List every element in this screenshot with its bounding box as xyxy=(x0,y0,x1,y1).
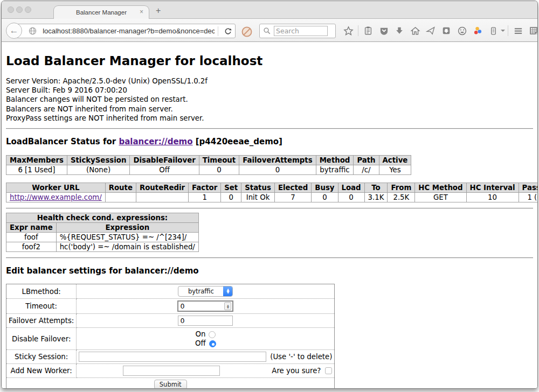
add-worker-input[interactable] xyxy=(123,366,220,376)
table-title-row: Health check cond. expressions: xyxy=(6,213,199,223)
table-row: http://www.example.com/ 1 0 Init Ok 7 0 … xyxy=(6,193,538,202)
cell-expression: hc('body') =~ /domain is established/ xyxy=(56,242,198,252)
col-routeredir: RouteRedir xyxy=(136,183,188,193)
divider xyxy=(6,128,533,129)
failover-attempts-input[interactable] xyxy=(178,316,233,326)
table-header-row: Expr name Expression xyxy=(6,223,199,233)
col-busy: Busy xyxy=(312,183,338,193)
device-battery-icon[interactable] xyxy=(486,24,500,38)
col-stickysession: StickySession xyxy=(67,156,129,165)
col-active: Active xyxy=(379,156,411,165)
smiley-feedback-icon[interactable] xyxy=(455,24,469,38)
navigation-toolbar: ← localhost:8880/balancer-manager?b=demo… xyxy=(2,18,537,42)
timeout-input[interactable] xyxy=(178,302,224,311)
table-row: foof2 hc('body') =~ /domain is establish… xyxy=(6,242,199,252)
new-tab-button[interactable]: + xyxy=(156,6,161,16)
note-inherit-proxypass: ProxyPass settings are NOT inherited fro… xyxy=(6,114,533,123)
bookmarks-clipboard-icon[interactable] xyxy=(361,24,375,38)
cell-factor: 1 xyxy=(189,193,221,202)
adblock-icon[interactable] xyxy=(240,25,254,39)
reload-icon[interactable] xyxy=(222,24,235,38)
col-factor: Factor xyxy=(189,183,221,193)
url-text[interactable]: localhost:8880/balancer-manager?b=demo&n… xyxy=(43,27,215,35)
tab-balancer-manager[interactable]: Balancer Manager × xyxy=(53,5,149,19)
search-icon xyxy=(260,24,274,38)
send-plane-icon[interactable] xyxy=(424,24,438,38)
cell-stickysession: (None) xyxy=(67,165,129,175)
cell-passes: 1 (0) xyxy=(519,193,537,202)
cell-timeout: 0 xyxy=(199,165,239,175)
col-worker-url: Worker URL xyxy=(6,183,106,193)
color-dots-icon[interactable] xyxy=(471,24,485,38)
col-timeout: Timeout xyxy=(199,156,239,165)
cell-expr-name: foof xyxy=(6,233,57,242)
toolbar-separator xyxy=(508,25,508,36)
page-title: Load Balancer Manager for localhost xyxy=(6,53,533,69)
are-you-sure-checkbox[interactable] xyxy=(325,367,332,374)
search-input[interactable] xyxy=(274,26,328,36)
table-row: foof %{REQUEST_STATUS} =~ /^[234]/ xyxy=(6,233,199,242)
cell-worker-url: http://www.example.com/ xyxy=(6,193,106,202)
bookmark-star-icon[interactable] xyxy=(341,24,355,38)
sticky-session-input[interactable] xyxy=(79,352,266,362)
off-radio[interactable] xyxy=(209,340,216,347)
note-inherit-balancers: Balancers are NOT inherited from main se… xyxy=(6,104,533,114)
cell-expr-name: foof2 xyxy=(6,242,57,252)
browser-window: Balancer Manager × + ← localhost:8880/ba… xyxy=(1,1,538,389)
failover-attempts-label: Failover Attempts: xyxy=(6,314,77,328)
cell-disablefailover: Off xyxy=(130,165,199,175)
zoom-window-button[interactable] xyxy=(25,6,31,13)
extension-grid-icon[interactable] xyxy=(527,24,538,38)
status-heading-prefix: LoadBalancer Status for xyxy=(6,137,119,146)
home-icon[interactable] xyxy=(408,24,422,38)
disable-failover-label: Disable Failover: xyxy=(6,328,77,350)
form-row-lbmethod: LBmethod: bytraffic ▲▼ xyxy=(6,284,335,299)
form-row-disable-failover: Disable Failover: On Off xyxy=(6,328,335,350)
balancer-demo-link[interactable]: balancer://demo xyxy=(119,137,192,146)
back-button[interactable]: ← xyxy=(6,23,22,39)
number-stepper-icon[interactable]: ▲▼ xyxy=(224,302,231,310)
urlbar-separator xyxy=(218,26,218,36)
on-radio[interactable] xyxy=(209,331,216,338)
cell-set: 0 xyxy=(221,193,241,202)
cell-hc-interval: 10 xyxy=(466,193,519,202)
col-failoverattempts: FailoverAttempts xyxy=(239,156,316,165)
close-window-button[interactable] xyxy=(8,6,14,13)
form-row-submit: Submit xyxy=(6,378,335,389)
worker-url-link[interactable]: http://www.example.com/ xyxy=(10,193,102,201)
cell-failoverattempts: 0 xyxy=(239,165,316,175)
cell-routeredir xyxy=(136,193,188,202)
worker-status-table: Worker URL Route RouteRedir Factor Set S… xyxy=(6,183,537,202)
download-icon[interactable] xyxy=(392,24,406,38)
on-label: On xyxy=(195,330,205,338)
cell-busy: 0 xyxy=(312,193,338,202)
cell-from: 2.5K xyxy=(388,193,415,202)
balancer-settings-form: LBmethod: bytraffic ▲▼ Timeout: ▲▼ xyxy=(6,284,335,389)
form-row-sticky-session: Sticky Session: (Use '-' to delete) xyxy=(6,350,335,364)
off-label: Off xyxy=(195,339,206,347)
lbmethod-selected-value: bytraffic xyxy=(178,288,223,295)
disable-failover-on-option: On xyxy=(79,330,332,339)
toolbar-icons xyxy=(341,24,538,38)
submit-button[interactable]: Submit xyxy=(154,380,187,389)
sticky-session-label: Sticky Session: xyxy=(6,350,77,364)
pocket-shield-icon[interactable] xyxy=(377,24,391,38)
select-stepper-icon: ▲▼ xyxy=(223,286,232,297)
col-set: Set xyxy=(221,183,241,193)
minimize-window-button[interactable] xyxy=(16,6,23,13)
table-row: 6 [1 Used] (None) Off 0 0 bytraffic /c/ … xyxy=(6,165,411,175)
menu-hamburger-icon[interactable] xyxy=(511,24,525,38)
lbmethod-label: LBmethod: xyxy=(6,284,77,299)
status-heading-suffix: [p4420eeae_demo] xyxy=(193,137,282,146)
chevron-down-icon[interactable] xyxy=(501,30,505,32)
lbmethod-select[interactable]: bytraffic ▲▼ xyxy=(178,286,233,297)
tab-close-icon[interactable]: × xyxy=(140,8,143,16)
search-bar[interactable] xyxy=(259,24,336,38)
col-passes: Passes xyxy=(519,183,537,193)
pocket-save-icon[interactable] xyxy=(439,24,453,38)
add-worker-label: Add New Worker: xyxy=(6,364,77,378)
sticky-session-hint: (Use '-' to delete) xyxy=(270,353,332,361)
url-bar[interactable]: localhost:8880/balancer-manager?b=demo&n… xyxy=(15,24,236,38)
col-elected: Elected xyxy=(274,183,311,193)
site-identity-globe-icon[interactable] xyxy=(26,24,39,38)
